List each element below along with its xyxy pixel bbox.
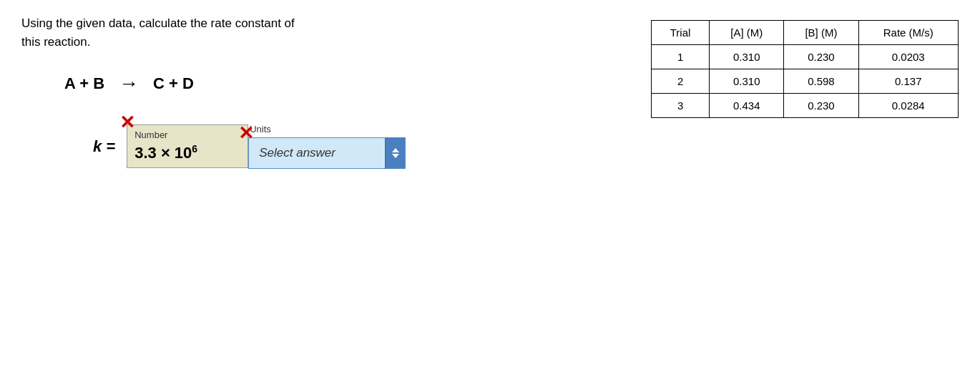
units-select-container[interactable]: Select answer: [248, 137, 406, 169]
data-table: Trial [A] (M) [B] (M) Rate (M/s) 10.3100…: [651, 20, 959, 118]
right-panel: Trial [A] (M) [B] (M) Rate (M/s) 10.3100…: [651, 14, 959, 353]
table-cell: 0.137: [858, 69, 958, 94]
table-header-row: Trial [A] (M) [B] (M) Rate (M/s): [652, 21, 959, 45]
col-header-rate: Rate (M/s): [858, 21, 958, 45]
number-label: Number: [134, 129, 237, 140]
col-header-A: [A] (M): [710, 21, 784, 45]
col-header-B: [B] (M): [784, 21, 858, 45]
problem-line1: Using the given data, calculate the rate…: [21, 16, 295, 30]
units-box: Units Select answer: [248, 124, 406, 169]
products: C + D: [153, 74, 194, 93]
problem-line2: this reaction.: [21, 35, 90, 49]
number-value: 3.3 × 106: [134, 143, 237, 162]
select-answer-text: Select answer: [259, 146, 379, 160]
problem-text: Using the given data, calculate the rate…: [21, 14, 365, 51]
table-cell: 0.0203: [858, 45, 958, 69]
k-label: k =: [93, 137, 115, 156]
select-arrow-button[interactable]: [385, 137, 405, 169]
table-cell: 3: [652, 94, 710, 118]
reaction-arrow: →: [119, 72, 139, 95]
table-cell: 0.434: [710, 94, 784, 118]
table-row: 30.4340.2300.0284: [652, 94, 959, 118]
arrow-up-icon: [392, 148, 399, 152]
table-cell: 2: [652, 69, 710, 94]
reactants: A + B: [64, 74, 104, 93]
col-header-trial: Trial: [652, 21, 710, 45]
table-cell: 0.310: [710, 69, 784, 94]
table-cell: 1: [652, 45, 710, 69]
number-box: Number 3.3 × 106: [127, 124, 248, 167]
answer-section: k = ✕ Number 3.3 × 106 ✕ Units Select an…: [93, 124, 622, 169]
units-box-wrapper: ✕ Units Select answer: [248, 124, 406, 169]
table-cell: 0.230: [784, 94, 858, 118]
reaction-equation: A + B → C + D: [64, 72, 622, 95]
table-cell: 0.230: [784, 45, 858, 69]
table-cell: 0.0284: [858, 94, 958, 118]
table-row: 10.3100.2300.0203: [652, 45, 959, 69]
number-error-icon: ✕: [119, 112, 135, 134]
number-box-wrapper: ✕ Number 3.3 × 106: [127, 124, 248, 167]
arrow-down-icon: [392, 154, 399, 158]
table-row: 20.3100.5980.137: [652, 69, 959, 94]
units-error-icon: ✕: [238, 122, 254, 145]
table-cell: 0.598: [784, 69, 858, 94]
table-cell: 0.310: [710, 45, 784, 69]
units-label: Units: [250, 124, 406, 134]
